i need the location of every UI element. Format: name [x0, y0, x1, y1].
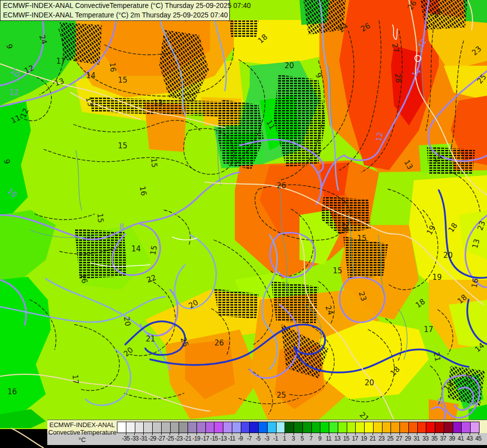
legend-parameter-name: ConvectiveTemperature — [48, 429, 116, 436]
convective-contour-label: 28 — [393, 73, 403, 83]
temperature-2m-contour-label: 12 — [374, 131, 385, 142]
legend-color-cell — [435, 422, 444, 433]
convective-contour-label: 26 — [341, 222, 351, 232]
legend-color-cell — [188, 422, 196, 433]
legend-color-cell — [161, 422, 170, 433]
convective-contour-label: 21 — [432, 351, 442, 362]
legend-tick-label: -1 — [271, 435, 280, 442]
legend-color-cell — [232, 422, 241, 433]
hatched-gradient-region — [214, 289, 259, 319]
legend-color-cell — [276, 422, 285, 433]
legend-tick-label: 19 — [359, 435, 368, 442]
legend-color-cell — [126, 422, 135, 433]
convective-contour-label: 15 — [118, 76, 127, 85]
legend-tick-label: 1 — [280, 435, 289, 442]
convective-contour-label: 16 — [108, 62, 118, 73]
legend-tick-label: 23 — [377, 435, 386, 442]
convective-contour-label: 17 — [71, 374, 81, 385]
legend-color-cell — [205, 422, 214, 433]
legend: ECMWF-INDEX-ANAL ConvectiveTemperature °… — [47, 420, 487, 445]
legend-color-cell — [285, 422, 293, 433]
legend-color-cell — [135, 422, 144, 433]
legend-color-cell — [179, 422, 188, 433]
legend-tick-label: -9 — [236, 435, 245, 442]
legend-tick-label: -3 — [263, 435, 272, 442]
weather-map-app: 2491017161415131210121112913131515182024… — [0, 0, 487, 448]
convective-contour-label: 26 — [277, 181, 286, 190]
legend-tick-label: -33 — [130, 435, 139, 442]
weather-map: 2491017161415131210121112913131515182024… — [0, 0, 487, 448]
convective-contour-label: 21 — [146, 335, 155, 343]
legend-color-cell — [329, 422, 338, 433]
legend-tick-label: 9 — [315, 435, 324, 442]
map-layers: 2491017161415131210121112913131515182024… — [0, 0, 487, 448]
legend-tick-label: -25 — [166, 435, 175, 442]
legend-tick-label: -7 — [245, 435, 254, 442]
convective-contour-label: 20 — [122, 316, 132, 327]
legend-tick-label: -5 — [254, 435, 263, 442]
legend-tick-label: 35 — [430, 435, 439, 442]
hatched-gradient-region — [60, 22, 102, 65]
convective-contour-label: 16 — [7, 387, 17, 396]
legend-tick-label: -29 — [148, 435, 157, 442]
legend-color-cell — [390, 422, 399, 433]
convective-contour-label: 15 — [149, 158, 159, 168]
legend-color-cell — [249, 422, 258, 433]
legend-color-cell — [320, 422, 329, 433]
legend-tick-label: -17 — [200, 435, 209, 442]
legend-tick-label: -15 — [209, 435, 218, 442]
convective-contour-label: 14 — [131, 244, 141, 253]
legend-color-cell — [214, 422, 223, 433]
legend-color-cell — [170, 422, 179, 433]
map-title-line2: ECMWF-INDEX-ANAL Temperature (°C) 2m Thu… — [3, 10, 229, 20]
legend-color-cell — [311, 422, 320, 433]
legend-tick-label: -23 — [174, 435, 183, 442]
legend-tick-label: 43 — [465, 435, 474, 442]
legend-tick-label: 29 — [403, 435, 412, 442]
legend-color-cell — [382, 422, 391, 433]
legend-tick-label: -19 — [192, 435, 201, 442]
convective-contour-label: 19 — [432, 273, 442, 282]
map-title-line1: ECMWF-INDEX-ANAL ConvectiveTemperature (… — [3, 1, 229, 10]
convective-contour-label: 20 — [443, 251, 453, 260]
legend-color-cell — [338, 422, 347, 433]
legend-color-cell — [417, 422, 426, 433]
temperature-2m-contour-label: 12 — [9, 88, 19, 97]
convective-contour-label: 25 — [277, 391, 286, 400]
legend-color-cell — [267, 422, 276, 433]
hatched-gradient-region — [229, 20, 259, 37]
map-title-bar: ECMWF-INDEX-ANAL ConvectiveTemperature (… — [0, 0, 230, 21]
legend-tick-label: 27 — [394, 435, 403, 442]
legend-color-cell — [453, 422, 462, 433]
convective-contour-label: 17 — [424, 325, 433, 334]
legend-color-cell — [364, 422, 373, 433]
legend-color-cell — [293, 422, 302, 433]
convective-contour-label: 16 — [79, 273, 89, 284]
legend-color-cell — [152, 422, 161, 433]
legend-tick-label: -11 — [227, 435, 236, 442]
legend-color-cell — [117, 422, 126, 433]
convective-contour-label: 15 — [96, 213, 105, 224]
convective-contour-label: 16 — [138, 186, 148, 197]
legend-tick-label: 5 — [297, 435, 306, 442]
convective-contour-label: 20 — [285, 61, 294, 70]
legend-tick-label: -21 — [183, 435, 192, 442]
legend-tick-label: 7 — [306, 435, 315, 442]
convective-contour-label: 20 — [365, 378, 374, 387]
legend-color-cell — [373, 422, 382, 433]
convective-contour-label: 15 — [118, 141, 127, 150]
legend-color-cell — [143, 422, 152, 433]
convective-contour-label: 15 — [333, 266, 342, 275]
legend-colorbar — [117, 422, 480, 433]
legend-tick-label: 17 — [351, 435, 360, 442]
legend-tick-label: 15 — [342, 435, 351, 442]
legend-color-cell — [426, 422, 435, 433]
legend-tick-label: 45 — [474, 435, 483, 442]
legend-tick-label: -31 — [139, 435, 148, 442]
convective-contour-label: 16 — [470, 278, 480, 289]
legend-tick-label: 11 — [324, 435, 333, 442]
legend-color-cell — [399, 422, 408, 433]
legend-tick-label: 25 — [386, 435, 395, 442]
legend-color-cell — [444, 422, 453, 433]
legend-tick-label: 3 — [289, 435, 298, 442]
